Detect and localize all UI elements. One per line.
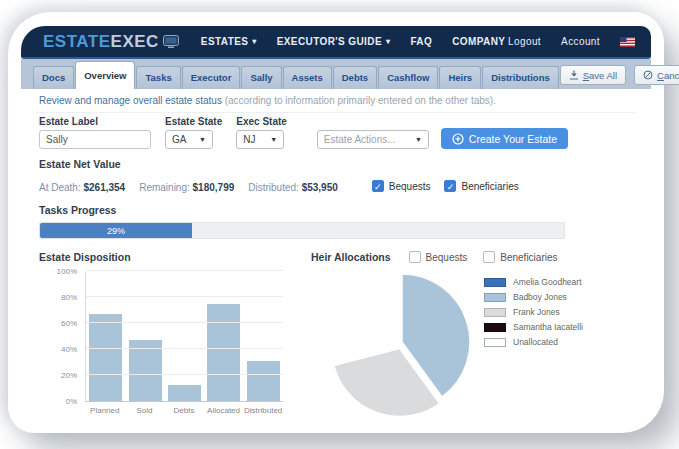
y-tick-label: 100% [57,267,77,276]
nav-right-links: LogoutAccount [508,36,600,47]
estate-state-caption: Estate State [165,116,222,127]
estate-label-caption: Estate Label [39,116,151,127]
legend-swatch [484,323,506,332]
legend-swatch [484,278,506,287]
chevron-down-icon: ▼ [415,136,422,143]
net-value-checkbox-bequests[interactable]: ✓Bequests [372,180,431,192]
chevron-down-icon: ▼ [199,136,206,143]
legend-item-amelia-goodheart: Amelia Goodheart [484,277,583,287]
logo-text-exec: EXEC [111,32,159,52]
heir-checkbox-bequests[interactable]: Bequests [409,251,468,263]
heir-allocations-header: Heir Allocations BequestsBeneficiaries [311,251,633,263]
legend-label: Amelia Goodheart [513,277,582,287]
download-icon [569,70,579,80]
net-value-stats: At Death: $261,354Remaining: $180,799Dis… [39,177,352,195]
tab-overview[interactable]: Overview [75,61,135,89]
tab-actions: Save All Cancel All [560,65,679,89]
net-value-stat-distributed: Distributed: $53,950 [248,177,338,195]
us-flag-icon[interactable] [620,37,635,47]
estate-actions-select[interactable]: Estate Actions... ▼ [317,130,429,149]
checkbox-icon: ✓ [372,180,384,192]
chevron-down-icon: ▾ [386,37,390,46]
tab-distributions[interactable]: Distributions [482,66,559,89]
legend-swatch [484,338,506,347]
legend-item-samantha-iacatelli: Samantha Iacatelli [484,322,583,332]
legend-item-frank-jones: Frank Jones [484,307,583,317]
net-value-stat-remaining: Remaining: $180,799 [139,177,234,195]
estateexec-logo[interactable]: ESTATEEXEC [43,32,179,52]
exec-state-value: NJ [243,134,255,145]
exec-state-field: Exec State NJ ▼ [236,116,287,149]
save-all-button[interactable]: Save All [560,65,626,85]
heir-allocations-checkboxes: BequestsBeneficiaries [409,251,558,263]
estate-label-field: Estate Label [39,116,151,149]
net-value-checkbox-beneficiaries[interactable]: ✓Beneficiaries [444,180,518,192]
chevron-down-icon: ▾ [252,37,256,46]
review-text: Review and manage overall estate status … [37,89,635,113]
x-tick-label: Sold [125,406,165,415]
tab-tasks[interactable]: Tasks [136,66,180,89]
estate-disposition-title: Estate Disposition [39,251,297,263]
estate-net-value-title: Estate Net Value [39,158,633,170]
tab-assets[interactable]: Assets [283,66,332,89]
y-tick-label: 60% [61,319,77,328]
app-card: ESTATEEXEC ESTATES▾EXECUTOR'S GUIDE▾FAQC… [8,12,664,433]
checkbox-label: Beneficiaries [500,252,557,263]
checkbox-icon [409,251,421,263]
nav-item-faq[interactable]: FAQ [410,36,432,47]
x-tick-label: Planned [85,406,125,415]
nav-item-estates[interactable]: ESTATES▾ [201,36,257,47]
nav-item-logout[interactable]: Logout [508,36,541,47]
save-all-label: Save All [583,70,617,81]
nav-menu: ESTATES▾EXECUTOR'S GUIDE▾FAQCOMPANY [201,36,506,47]
review-note-text: (according to information primarily ente… [222,95,496,106]
y-tick-label: 20% [61,371,77,380]
legend-label: Badboy Jones [513,292,567,302]
checkbox-label: Bequests [389,181,431,192]
nav-item-account[interactable]: Account [561,36,600,47]
tab-debts[interactable]: Debts [333,66,377,89]
tab-sally[interactable]: Sally [241,66,281,89]
x-axis-labels: PlannedSoldDebtsAllocatedDistributed [85,406,283,415]
create-your-estate-button[interactable]: Create Your Estate [441,128,568,149]
tab-heirs[interactable]: Heirs [439,66,481,89]
legend-item-unallocated: Unallocated [484,337,583,347]
stat-value: $180,799 [193,182,235,193]
overview-content: Review and manage overall estate status … [21,89,651,423]
nav-item-executor-s-guide[interactable]: EXECUTOR'S GUIDE▾ [277,36,391,47]
tab-cashflow[interactable]: Cashflow [378,66,438,89]
gridline [86,296,283,297]
estate-state-select[interactable]: GA ▼ [165,130,213,149]
stat-value: $261,354 [83,182,125,193]
net-value-stats-row: At Death: $261,354Remaining: $180,799Dis… [39,177,633,195]
tab-executor[interactable]: Executor [182,66,241,89]
heir-allocations-title: Heir Allocations [311,251,391,263]
legend-label: Unallocated [513,337,558,347]
chevron-down-icon: ▼ [270,136,277,143]
tab-docs[interactable]: Docs [33,66,74,89]
pie-chart [327,265,479,423]
stat-label: At Death: [39,182,83,193]
legend-item-badboy-jones: Badboy Jones [484,292,583,302]
cancel-all-label: Cancel All [657,70,679,81]
y-tick-label: 0% [65,397,77,406]
nav-right: LogoutAccount [508,36,635,47]
net-value-stat-at-death: At Death: $261,354 [39,177,125,195]
bars [86,272,283,401]
stat-label: Remaining: [139,182,192,193]
monitor-icon [163,35,179,48]
nav-item-company[interactable]: COMPANY [452,36,505,47]
bar-allocated [207,304,240,402]
exec-state-caption: Exec State [236,116,287,127]
logo-text-estate: ESTATE [43,32,111,52]
gridline [86,270,283,271]
heir-checkbox-beneficiaries[interactable]: Beneficiaries [483,251,557,263]
estate-state-field: Estate State GA ▼ [165,116,222,149]
tasks-progress-title: Tasks Progress [39,204,633,216]
cancel-all-button[interactable]: Cancel All [634,65,679,85]
estate-label-input[interactable] [39,130,151,149]
x-tick-label: Debts [164,406,204,415]
bar-planned [89,314,122,401]
plus-circle-icon [452,133,464,145]
exec-state-select[interactable]: NJ ▼ [236,130,284,149]
